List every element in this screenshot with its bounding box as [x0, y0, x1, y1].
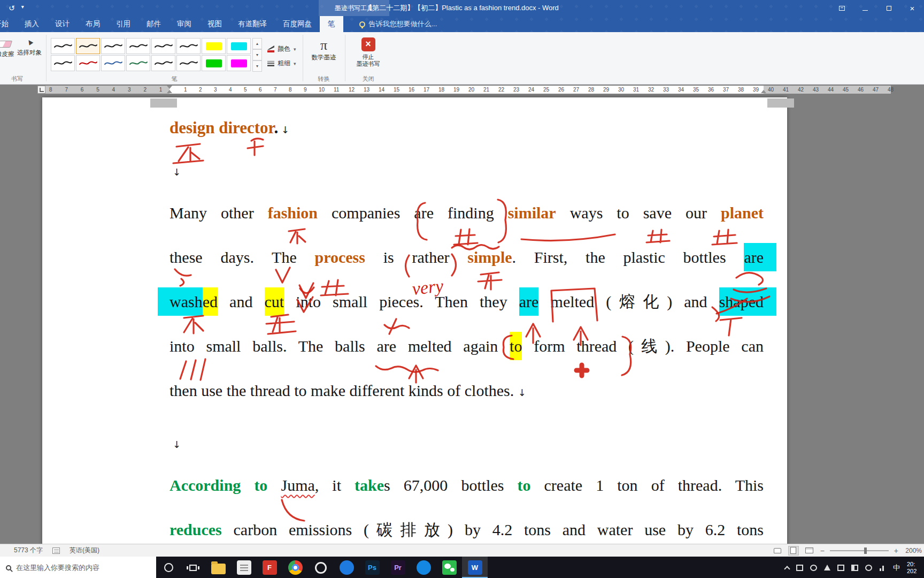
- ruler-number: 46: [858, 87, 864, 93]
- math-ink-button[interactable]: π 数学墨迹: [307, 34, 341, 62]
- pen-style-swatch[interactable]: [101, 38, 125, 54]
- text-segment: to: [510, 332, 522, 360]
- file-explorer-icon: [211, 564, 226, 574]
- tray-icon[interactable]: [851, 565, 858, 571]
- tray-icon[interactable]: [824, 565, 830, 571]
- ribbon-tabs: 开始插入设计布局引用邮件审阅视图有道翻译百度网盘笔: [0, 16, 343, 32]
- tab-视图[interactable]: 视图: [199, 16, 230, 32]
- stop-inking-button[interactable]: × 停止 墨迹书写: [350, 34, 387, 67]
- ruler-number: 25: [543, 87, 549, 93]
- tray-icon[interactable]: [810, 565, 817, 571]
- pen-style-swatch[interactable]: [76, 38, 100, 54]
- pen-style-swatch[interactable]: [126, 55, 150, 71]
- highlighter-style-swatch[interactable]: [202, 38, 226, 54]
- language-indicator[interactable]: 英语(美国): [70, 546, 99, 555]
- ribbon-group-write: 橡皮擦 ► 选择对象 书写: [0, 32, 46, 84]
- pen-style-swatch[interactable]: [51, 55, 75, 71]
- taskbar-app-settings[interactable]: [308, 557, 334, 578]
- ribbon-display-options-icon[interactable]: [830, 0, 853, 16]
- tray-icon[interactable]: [796, 565, 803, 571]
- select-objects-button[interactable]: ► 选择对象: [17, 34, 42, 57]
- taskbar-app-pdf-reader[interactable]: F: [257, 557, 282, 578]
- pen-style-swatch[interactable]: [176, 38, 201, 54]
- pen-style-swatch[interactable]: [51, 38, 75, 54]
- search-input[interactable]: 在这里输入你要搜索的内容: [0, 557, 156, 578]
- text-line: then use the thread to make different ki…: [170, 368, 764, 415]
- taskbar-app-thunder[interactable]: [411, 557, 436, 578]
- tab-邮件[interactable]: 邮件: [138, 16, 169, 32]
- taskbar-app-word[interactable]: W: [462, 557, 488, 578]
- tab-审阅[interactable]: 审阅: [169, 16, 199, 32]
- document-heading: design director. ↓: [170, 97, 764, 142]
- gallery-more-icon[interactable]: ▾: [252, 60, 262, 72]
- ruler-number: 11: [334, 87, 339, 93]
- zoom-slider[interactable]: [830, 550, 889, 551]
- taskbar-app-wechat[interactable]: [436, 557, 462, 578]
- text-segment: ed: [203, 287, 218, 316]
- pen-style-swatch[interactable]: [76, 55, 100, 71]
- taskbar-app-chrome[interactable]: [282, 557, 308, 578]
- ruler-number: 8: [289, 87, 292, 93]
- pen-style-swatch[interactable]: [151, 38, 175, 54]
- ruler-number: 34: [678, 87, 684, 93]
- tab-有道翻译[interactable]: 有道翻译: [230, 16, 275, 32]
- proofing-icon[interactable]: [52, 547, 60, 554]
- math-ink-label: 数学墨迹: [312, 54, 336, 60]
- tray-icon[interactable]: [865, 565, 872, 571]
- taskbar-clock[interactable]: 20: 202: [907, 561, 922, 575]
- undo-icon[interactable]: ↺: [9, 4, 15, 12]
- highlighter-style-swatch[interactable]: [227, 55, 251, 71]
- tab-开始[interactable]: 开始: [0, 16, 17, 32]
- eraser-button[interactable]: 橡皮擦: [0, 34, 17, 58]
- taskbar-app-photoshop[interactable]: Ps: [359, 557, 385, 578]
- task-view-button[interactable]: [181, 557, 205, 578]
- pen-style-swatch[interactable]: [151, 55, 175, 71]
- web-layout-icon[interactable]: [804, 546, 815, 556]
- close-icon[interactable]: ×: [900, 0, 924, 16]
- pen-style-swatch[interactable]: [101, 55, 125, 71]
- tab-百度网盘[interactable]: 百度网盘: [275, 16, 320, 32]
- zoom-slider-thumb[interactable]: [864, 547, 867, 554]
- tab-布局[interactable]: 布局: [78, 16, 108, 32]
- pen-thickness-dropdown[interactable]: 粗细 ▾: [267, 59, 296, 68]
- gallery-arrows: ▴ ▾ ▾: [252, 38, 262, 72]
- contextual-tab-header: 墨迹书写工具: [319, 0, 389, 16]
- ruler-number: 7: [274, 87, 277, 93]
- read-mode-icon[interactable]: [772, 546, 783, 556]
- minimize-icon[interactable]: [853, 0, 877, 16]
- print-layout-icon[interactable]: [788, 546, 799, 556]
- tab-引用[interactable]: 引用: [108, 16, 138, 32]
- tab-插入[interactable]: 插入: [17, 16, 47, 32]
- zoom-out-icon[interactable]: −: [820, 546, 825, 555]
- tray-icon[interactable]: [879, 565, 886, 571]
- document-area: design director. ↓↓Many other fashion co…: [0, 95, 924, 544]
- tray-icon[interactable]: [837, 565, 844, 571]
- maximize-icon[interactable]: [877, 0, 900, 16]
- pen-style-swatch[interactable]: [126, 38, 150, 54]
- taskbar-app-premiere[interactable]: Pr: [385, 557, 411, 578]
- taskbar-app-browser[interactable]: [334, 557, 359, 578]
- taskbar-app-file-explorer[interactable]: [205, 557, 231, 578]
- highlighter-style-swatch[interactable]: [227, 38, 251, 54]
- tab-笔[interactable]: 笔: [320, 16, 343, 32]
- zoom-value[interactable]: 200%: [904, 547, 922, 554]
- highlighter-style-swatch[interactable]: [202, 55, 226, 71]
- word-count[interactable]: 5773 个字: [14, 546, 43, 555]
- tray-expand-icon[interactable]: [784, 566, 790, 572]
- ruler-number: 24: [528, 87, 534, 93]
- pen-color-dropdown[interactable]: 颜色 ▾: [267, 44, 296, 54]
- gallery-down-icon[interactable]: ▾: [252, 49, 262, 60]
- pen-style-swatch[interactable]: [176, 55, 201, 71]
- tab-设计[interactable]: 设计: [47, 16, 78, 32]
- gallery-up-icon[interactable]: ▴: [252, 38, 262, 49]
- zoom-in-icon[interactable]: +: [894, 546, 898, 555]
- cortana-button[interactable]: [156, 557, 181, 578]
- taskbar-app-app-grid[interactable]: [231, 557, 257, 578]
- tell-me-box[interactable]: 告诉我您想要做什么...: [352, 16, 445, 32]
- text-segment: ways to save our: [556, 204, 721, 222]
- page[interactable]: design director. ↓↓Many other fashion co…: [42, 97, 787, 544]
- input-method-indicator[interactable]: 中: [893, 563, 900, 573]
- ruler[interactable]: 8765432112345678910111213141516171819202…: [0, 85, 924, 95]
- ruler-number: 1: [159, 87, 163, 93]
- qat-customize-icon[interactable]: ▾: [21, 4, 24, 12]
